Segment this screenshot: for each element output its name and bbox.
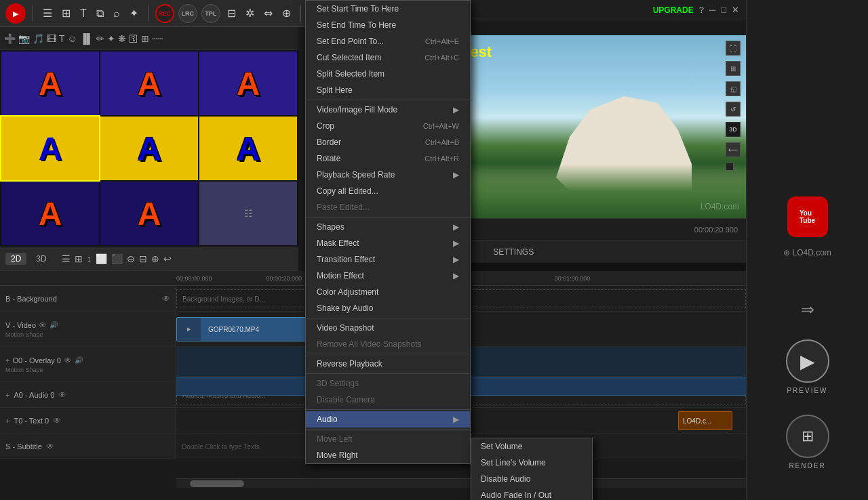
timeline-undo-btn[interactable]: ↩ — [163, 253, 172, 264]
cm-audio[interactable]: Audio ▶ — [306, 411, 470, 428]
timeline-minus-btn[interactable]: ⊖ — [127, 253, 135, 264]
cm-3d-settings[interactable]: 3D Settings — [306, 375, 470, 392]
media-cell-1[interactable]: A — [1, 51, 99, 115]
minimize-btn[interactable]: ─ — [709, 5, 715, 15]
track-overlay-eye[interactable]: 👁 — [64, 356, 72, 365]
cm-shake[interactable]: Shake by Audio — [306, 300, 470, 316]
cm-shapes[interactable]: Shapes ▶ — [306, 219, 470, 235]
track-text-eye[interactable]: 👁 — [53, 416, 61, 425]
track-subtitle-eye[interactable]: 👁 — [46, 442, 54, 451]
arrow-right-btn[interactable]: ⇒ — [801, 300, 814, 319]
sm-line-volume[interactable]: Set Line's Volume — [471, 455, 592, 471]
cm-copy-edited[interactable]: Copy all Edited... — [306, 183, 470, 199]
face-btn[interactable]: ☺ — [68, 33, 77, 44]
music2-btn[interactable]: 🎵 — [33, 33, 44, 44]
cm-transition[interactable]: Transition Effect ▶ — [306, 251, 470, 268]
timeline-list-btn[interactable]: ☰ — [62, 253, 71, 264]
toggle-btn[interactable]: ☰ — [40, 5, 55, 21]
sm-disable-audio[interactable]: Disable Audio — [471, 471, 592, 487]
rec-button[interactable]: REC — [155, 4, 174, 23]
arrows-btn[interactable]: ⇔ — [261, 5, 275, 21]
cm-color[interactable]: Color Adjustment — [306, 284, 470, 300]
media-cell-6[interactable]: A — [199, 117, 297, 180]
cm-fill-mode[interactable]: Video/Image Fill Mode ▶ — [306, 102, 470, 118]
lo4d-logo[interactable]: ⊕ LO4D.com — [783, 248, 831, 257]
media-cell-2[interactable]: A — [100, 51, 198, 115]
small-box-btn[interactable] — [726, 163, 734, 171]
bar-btn[interactable]: ▐▌ — [80, 33, 94, 44]
grid-btn[interactable]: ⊞ — [141, 33, 149, 44]
add-media-btn[interactable]: ➕ — [4, 33, 16, 44]
maximize-btn[interactable]: □ — [721, 5, 726, 15]
media-cell-3[interactable]: A — [199, 51, 297, 115]
text3-btn[interactable]: T — [59, 33, 65, 44]
timeline-dash-btn[interactable]: ⊟ — [139, 253, 147, 264]
sm-fade[interactable]: Audio Fade In / Out — [471, 487, 592, 500]
cm-set-end[interactable]: Set End Time To Here — [306, 17, 470, 33]
media-cell-9[interactable]: ☷ — [199, 182, 297, 245]
close-btn[interactable]: ✕ — [732, 5, 739, 15]
media-cell-7[interactable]: A — [1, 182, 99, 245]
timeline-crop-btn[interactable]: ⬜ — [96, 253, 107, 264]
track-overlay-add[interactable]: + — [5, 356, 9, 364]
cm-split[interactable]: Split Selected Item — [306, 66, 470, 82]
timeline-grid-btn[interactable]: ⊞ — [75, 253, 83, 264]
cm-move-right[interactable]: Move Right — [306, 447, 470, 463]
track-video-clip[interactable]: ▶ GOPR0670.MP4 — [176, 317, 312, 341]
cm-reverse[interactable]: Reverse Playback — [306, 356, 470, 372]
pin-btn[interactable]: ⊕ — [279, 5, 294, 21]
logo-button[interactable]: ▶ — [5, 3, 26, 24]
fit-btn[interactable]: ⊞ — [726, 61, 741, 76]
cm-split-here[interactable]: Split Here — [306, 82, 470, 98]
list-btn[interactable]: ⊟ — [224, 5, 239, 21]
sm-set-volume[interactable]: Set Volume — [471, 438, 592, 455]
timeline-arrow-btn[interactable]: ↕ — [87, 253, 92, 264]
timeline-plus-btn[interactable]: ⊕ — [151, 253, 159, 264]
cm-move-left[interactable]: Move Left — [306, 431, 470, 447]
scrollbar-thumb[interactable] — [190, 480, 244, 487]
media-cell-4[interactable]: A — [1, 117, 99, 180]
cm-border[interactable]: Border Ctrl+Alt+B — [306, 134, 470, 150]
2d-button[interactable]: 2D — [5, 253, 26, 265]
track-video-speaker[interactable]: 🔊 — [50, 321, 58, 329]
tab-settings[interactable]: SETTINGS — [479, 241, 547, 263]
resize-btn[interactable]: ◱ — [726, 81, 741, 96]
cm-cut[interactable]: Cut Selected Item Ctrl+Alt+C — [306, 49, 470, 66]
star-btn[interactable]: ✲ — [243, 5, 257, 21]
track-text-clip[interactable]: LO4D.c... — [678, 411, 732, 430]
tpl-button[interactable]: TPL — [201, 4, 220, 23]
media-btn[interactable]: ⊞ — [59, 5, 73, 21]
more-btn[interactable]: ┄┄ — [152, 33, 163, 44]
3d-btn[interactable]: 3D — [726, 122, 741, 137]
cm-disable-camera[interactable]: Disable Camera — [306, 392, 470, 408]
youtube-btn[interactable]: YouTube — [787, 196, 828, 237]
render-action-btn[interactable]: ⊞ RENDER — [786, 415, 829, 470]
key2-btn[interactable]: ⚿ — [129, 33, 138, 44]
cm-rotate[interactable]: Rotate Ctrl+Alt+R — [306, 150, 470, 167]
cm-paste-edited[interactable]: Paste Edited... — [306, 199, 470, 215]
track-audio-add[interactable]: + — [5, 391, 9, 399]
camera2-btn[interactable]: 📷 — [18, 33, 30, 44]
text-btn[interactable]: T — [77, 6, 90, 21]
cm-set-start[interactable]: Set Start Time To Here — [306, 1, 470, 17]
track-video-eye[interactable]: 👁 — [39, 320, 47, 330]
cm-snapshot[interactable]: Video Snapshot — [306, 320, 470, 336]
brush2-btn[interactable]: ✏ — [96, 33, 104, 44]
preview-action-btn[interactable]: ▶ PREVIEW — [786, 339, 829, 394]
search-btn[interactable]: ⌕ — [111, 6, 123, 21]
flower2-btn[interactable]: ❋ — [118, 33, 126, 44]
arrow-left-btn[interactable]: ⟵ — [726, 142, 741, 157]
upgrade-btn[interactable]: UPGRADE — [653, 5, 694, 15]
split-btn[interactable]: ⧉ — [94, 6, 106, 21]
track-bg-eye[interactable]: 👁 — [162, 294, 170, 304]
star2-btn[interactable]: ✦ — [107, 33, 115, 44]
timeline-scrollbar[interactable] — [176, 478, 746, 488]
fullscreen-btn[interactable]: ⛶ — [726, 41, 741, 56]
media-cell-5[interactable]: A — [100, 117, 198, 180]
cm-set-end-point[interactable]: Set End Point To... Ctrl+Alt+E — [306, 33, 470, 49]
rotate2-btn[interactable]: ↺ — [726, 102, 741, 117]
cm-mask[interactable]: Mask Effect ▶ — [306, 235, 470, 251]
media-cell-8[interactable]: A — [100, 182, 198, 245]
effects-btn[interactable]: ✦ — [127, 5, 141, 21]
timeline-box-btn[interactable]: ⬛ — [111, 253, 123, 264]
